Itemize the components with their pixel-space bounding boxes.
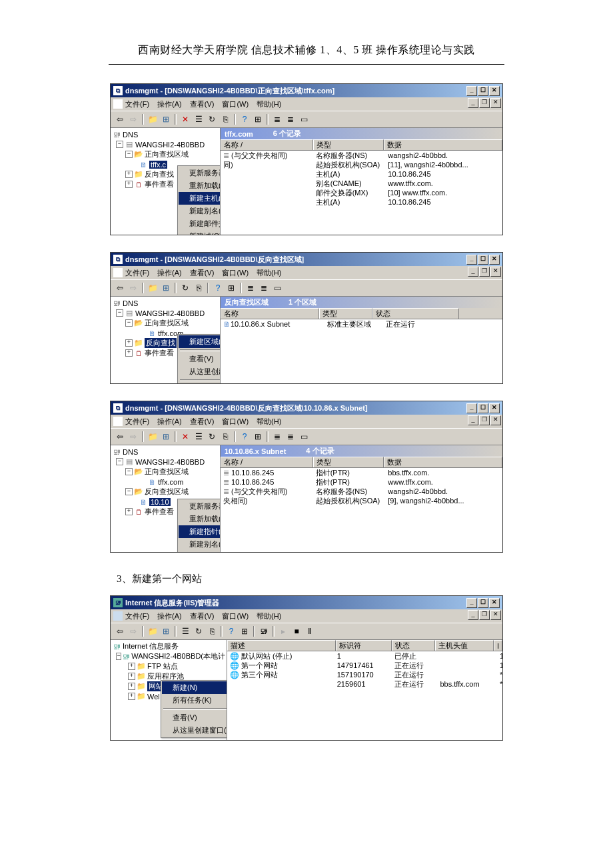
mdi-restore-button[interactable]: ❐ xyxy=(479,610,490,620)
tree-button[interactable]: ⊞ xyxy=(159,430,173,443)
list-button[interactable]: ≣ xyxy=(271,113,284,126)
list-row[interactable]: 🌐 第一个网站147917461正在运行1 xyxy=(227,661,502,670)
back-button[interactable]: ⇦ xyxy=(113,625,127,638)
properties-button[interactable]: ☰ xyxy=(192,113,205,126)
col-name[interactable]: 名称 / xyxy=(221,457,313,467)
ctx-update[interactable]: 更新服务器数据文件(U) xyxy=(179,500,221,513)
mdi-close-button[interactable]: ✕ xyxy=(490,415,501,425)
expand-icon[interactable]: − xyxy=(116,141,123,148)
mdi-restore-button[interactable]: ❐ xyxy=(479,98,490,108)
ctx-newalias[interactable]: 新建别名(CNAME)(A)... xyxy=(179,538,221,551)
tree-rev[interactable]: 反向查找 xyxy=(145,338,177,348)
forward-button[interactable]: ⇨ xyxy=(127,281,140,295)
list-row[interactable]: 🌐 第三个网站157190170正在运行* xyxy=(227,670,502,679)
menu-window[interactable]: 窗口(W) xyxy=(222,417,249,427)
expand-icon[interactable]: + xyxy=(125,339,133,347)
menu-view[interactable]: 查看(V) xyxy=(190,611,215,621)
show-tree-button[interactable]: ⊞ xyxy=(159,113,173,126)
tree-subnet[interactable]: 10.10 xyxy=(149,498,171,506)
forward-button[interactable]: ⇨ xyxy=(127,430,140,443)
ctx-newalias[interactable]: 新建别名(CNAME)(A)... xyxy=(179,205,221,217)
ctx-alltasks[interactable]: 所有任务(K)▸ xyxy=(162,694,227,707)
list-row[interactable]: 夹相同)起始授权机构(SOA)[9], wangshi2-4b0bbd... xyxy=(221,496,502,505)
col-ip[interactable]: I xyxy=(494,640,502,651)
connect-button[interactable]: 🖳 xyxy=(257,625,271,638)
mdi-minimize-button[interactable]: _ xyxy=(468,610,478,620)
col-name[interactable]: 名称 xyxy=(221,308,319,319)
minimize-button[interactable]: _ xyxy=(466,86,477,96)
list-row[interactable]: 主机(A)10.10.86.245 xyxy=(221,197,502,207)
ctx-refresh[interactable]: 刷新(F) xyxy=(179,383,221,383)
up-button[interactable]: 📁 xyxy=(146,430,159,443)
tree-fwd[interactable]: 正向查找区域 xyxy=(145,318,189,328)
expand-icon[interactable]: − xyxy=(125,319,133,327)
close-button[interactable]: ✕ xyxy=(489,86,500,96)
tree-zone[interactable]: tffx.c xyxy=(149,161,167,169)
tree-root[interactable]: Internet 信息服务 xyxy=(123,641,179,651)
minimize-button[interactable]: _ xyxy=(466,598,477,608)
col-data[interactable]: 数据 xyxy=(384,139,502,150)
delete-button[interactable]: ✕ xyxy=(179,430,192,443)
col-host[interactable]: 主机头值 xyxy=(435,640,494,651)
refresh-button[interactable]: ↻ xyxy=(205,430,219,443)
menu-help[interactable]: 帮助(H) xyxy=(257,99,281,109)
menu-help[interactable]: 帮助(H) xyxy=(257,268,281,278)
tree-button[interactable]: ⊞ xyxy=(159,281,173,295)
expand-icon[interactable]: − xyxy=(125,151,133,158)
mdi-minimize-button[interactable]: _ xyxy=(468,415,478,425)
menu-file[interactable]: 文件(F) xyxy=(125,99,149,109)
tree-evt[interactable]: 事件查看 xyxy=(145,179,174,189)
filter-button[interactable]: ▭ xyxy=(297,430,310,443)
expand-icon[interactable]: + xyxy=(128,693,135,700)
up-button[interactable]: 📁 xyxy=(146,281,159,295)
list-row[interactable]: ≣ 10.10.86.245指针(PTR)www.tffx.com. xyxy=(221,477,502,487)
filter-button[interactable]: ▭ xyxy=(297,113,310,126)
list-button[interactable]: ≣ xyxy=(271,430,284,443)
tree-server[interactable]: WANGSHI2-4B0BBD(本地计 xyxy=(131,651,225,661)
help-button[interactable]: ? xyxy=(238,430,251,443)
minimize-button[interactable]: _ xyxy=(466,403,477,413)
expand-icon[interactable]: − xyxy=(125,488,133,495)
list-row[interactable]: 别名(CNAME)www.tffx.com. xyxy=(221,179,502,188)
view-button[interactable]: ⊞ xyxy=(251,430,265,443)
help-button[interactable]: ? xyxy=(211,281,225,295)
export-button[interactable]: ⎘ xyxy=(219,113,232,126)
col-name[interactable]: 名称 / xyxy=(221,139,313,150)
menu-file[interactable]: 文件(F) xyxy=(125,417,149,427)
col-status[interactable]: 状态 xyxy=(392,640,435,651)
tree-evt[interactable]: 事件查看 xyxy=(145,507,174,517)
ctx-newdom[interactable]: 新建域(O)... xyxy=(179,230,221,235)
detail-button[interactable]: ≣ xyxy=(284,430,297,443)
list-row[interactable]: ≣ 10.10.86.245指针(PTR)bbs.tffx.com. xyxy=(221,468,502,477)
tree-button[interactable]: ⊞ xyxy=(159,625,173,638)
close-button[interactable]: ✕ xyxy=(489,598,500,608)
tree-evt[interactable]: 事件查看 xyxy=(145,348,174,358)
detail-button[interactable]: ≣ xyxy=(257,281,271,295)
menu-file[interactable]: 文件(F) xyxy=(125,268,149,278)
list-button[interactable]: ≣ xyxy=(244,281,257,295)
menu-window[interactable]: 窗口(W) xyxy=(222,611,249,621)
expand-icon[interactable]: + xyxy=(128,683,135,690)
ctx-newptr[interactable]: 新建指针(PTR)(P)... xyxy=(179,525,221,538)
minimize-button[interactable]: _ xyxy=(466,255,477,265)
up-button[interactable]: 📁 xyxy=(146,113,159,126)
view-button[interactable]: ⊞ xyxy=(238,625,251,638)
close-button[interactable]: ✕ xyxy=(489,403,500,413)
ctx-update[interactable]: 更新服务器数据文件(U) xyxy=(179,167,221,179)
start-button[interactable]: ▸ xyxy=(277,625,290,638)
list-row[interactable]: 🗎10.10.86.x Subnet标准主要区域正在运行 xyxy=(221,319,502,329)
menu-help[interactable]: 帮助(H) xyxy=(257,417,281,427)
tree-server[interactable]: WANGSHI2-4B0BBD xyxy=(135,309,205,317)
ctx-view[interactable]: 查看(V)▸ xyxy=(162,711,227,724)
refresh-button[interactable]: ↻ xyxy=(205,113,219,126)
back-button[interactable]: ⇦ xyxy=(113,430,127,443)
tree-dns[interactable]: DNS xyxy=(123,448,138,456)
col-type[interactable]: 类型 xyxy=(313,457,384,467)
maximize-button[interactable]: ☐ xyxy=(478,403,488,413)
ctx-reload[interactable]: 重新加载(E) xyxy=(179,179,221,192)
menu-action[interactable]: 操作(A) xyxy=(157,99,182,109)
menu-view[interactable]: 查看(V) xyxy=(190,417,215,427)
list-row[interactable]: 同)起始授权机构(SOA)[11], wangshi2-4b0bbd... xyxy=(221,160,502,169)
list-row[interactable]: 主机(A)10.10.86.245 xyxy=(221,169,502,179)
col-data[interactable]: 数据 xyxy=(384,457,502,467)
